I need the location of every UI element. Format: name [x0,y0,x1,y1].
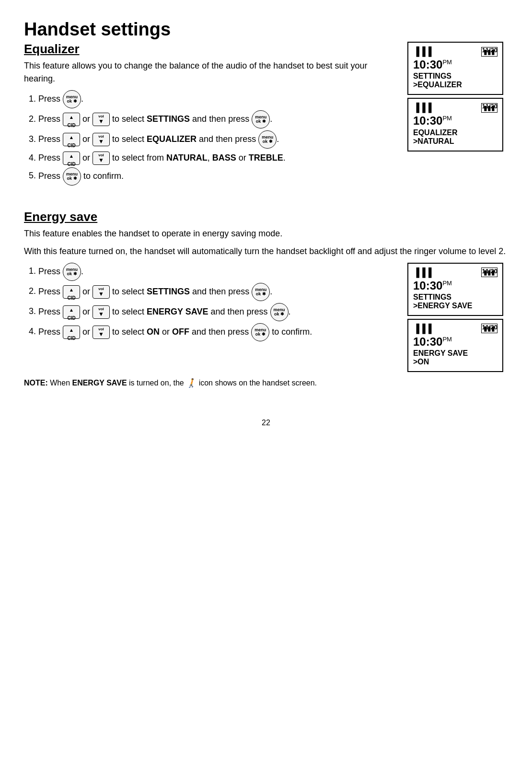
eq-step-2: Press ▲CID or vol ▼ to select SETTINGS a… [38,110,398,128]
es-screen-2: ▐▐▐ ▮▮▮ 11/20 10:30PM ENERGY SAVE >ON [407,319,503,372]
screen-date-1: 11/20 [482,47,497,54]
menu-ok-icon-2: menu ok ✱ [252,110,270,128]
screen-line1-1: SETTINGS [413,72,497,81]
equalizer-section: Equalizer This feature allows you to cha… [24,42,508,190]
es-screen-1: ▐▐▐ ▮▮▮ 11/20 10:30PM SETTINGS >ENERGY S… [407,263,503,316]
screen-time-1: 10:30PM [413,58,497,71]
energy-save-heading: Energy save [24,210,508,224]
eq-step-1: Press menu ok ✱ . [38,90,398,108]
cid-icon-2: ▲CID [63,133,80,146]
es-step-2: Press ▲CID or vol ▼ to select SETTINGS a… [38,283,398,301]
screen-line2-3: >ENERGY SAVE [413,302,497,310]
screen-line1-4: ENERGY SAVE [413,349,497,358]
equalizer-instructions: Equalizer This feature allows you to cha… [24,42,398,190]
menu-ok-icon-8: menu ok ✱ [251,323,269,341]
vol-icon-6: vol ▼ [93,326,110,339]
eq-screen-1: ▐▐▐ ▮▮▮ 11/20 10:30PM SETTINGS >EQUALIZE… [407,42,503,95]
energy-save-screens: ▐▐▐ ▮▮▮ 11/20 10:30PM SETTINGS >ENERGY S… [407,263,508,373]
energy-save-note: NOTE: When ENERGY SAVE is turned on, the… [24,377,508,390]
energy-save-desc1: This feature enables the handset to oper… [24,227,508,240]
cid-icon-3: ▲CID [63,152,80,165]
vol-icon-5: vol ▼ [93,305,110,319]
signal-bars-1: ▐▐▐ [413,47,431,57]
equalizer-heading: Equalizer [24,42,398,57]
equalizer-description: This feature allows you to change the ba… [24,59,398,85]
page-number: 22 [24,419,508,427]
equalizer-steps: Press menu ok ✱ . Press ▲CID or vo [24,90,398,186]
eq-screen-2: ▐▐▐ ▮▮▮ 11/20 10:30PM EQUALIZER >NATURAL [407,98,503,151]
screen-date-4: 11/20 [482,324,497,331]
cid-icon-6: ▲CID [63,326,80,339]
equalizer-screens: ▐▐▐ ▮▮▮ 11/20 10:30PM SETTINGS >EQUALIZE… [407,42,508,152]
menu-ok-icon-6: menu ok ✱ [252,283,270,301]
cid-icon-4: ▲CID [63,285,80,299]
vol-icon-1: vol ▼ [93,113,110,126]
menu-ok-icon-7: menu ok ✱ [270,303,289,321]
screen-time-4: 10:30PM [413,336,497,348]
screen-line2-2: >NATURAL [413,137,497,146]
eq-step-5: Press menu ok ✱ to confirm. [38,167,398,186]
menu-ok-icon-4: menu ok ✱ [63,167,81,186]
screen-line1-3: SETTINGS [413,293,497,302]
screen-line1-2: EQUALIZER [413,128,497,137]
vol-icon-2: vol ▼ [93,133,110,146]
screen-date-2: 11/20 [482,103,497,110]
es-step-4: Press ▲CID or vol ▼ to select ON or OFF … [38,323,398,341]
cid-icon-1: ▲CID [63,113,80,126]
es-step-3: Press ▲CID or vol ▼ to select ENERGY SAV… [38,303,398,321]
menu-ok-icon-5: menu ok ✱ [63,263,81,281]
eq-step-3: Press ▲CID or vol ▼ to select EQUALIZER … [38,130,398,149]
cid-icon-5: ▲CID [63,305,80,319]
signal-bars-3: ▐▐▐ [413,268,431,278]
screen-line2-1: >EQUALIZER [413,81,497,89]
screen-date-3: 11/20 [482,268,497,275]
energy-save-desc2: With this feature turned on, the handset… [24,245,508,258]
energy-save-icon: 🚶 [186,377,197,390]
page-container: Handset settings Equalizer This feature … [24,19,508,427]
page-title: Handset settings [24,19,508,40]
energy-save-steps: Press menu ok ✱ . Press ▲CID or vo [24,263,398,341]
menu-ok-icon-3: menu ok ✱ [258,130,277,149]
signal-bars-4: ▐▐▐ [413,324,431,334]
energy-save-section: Energy save This feature enables the han… [24,210,508,390]
screen-line2-4: >ON [413,358,497,366]
es-step-1: Press menu ok ✱ . [38,263,398,281]
menu-ok-icon-1: menu ok ✱ [63,90,81,108]
screen-time-2: 10:30PM [413,115,497,127]
vol-icon-4: vol ▼ [93,285,110,299]
vol-icon-3: vol ▼ [93,152,110,165]
eq-step-4: Press ▲CID or vol ▼ to select from NATUR… [38,151,398,165]
signal-bars-2: ▐▐▐ [413,103,431,113]
screen-time-3: 10:30PM [413,280,497,292]
energy-save-instructions: Press menu ok ✱ . Press ▲CID or vo [24,263,398,346]
